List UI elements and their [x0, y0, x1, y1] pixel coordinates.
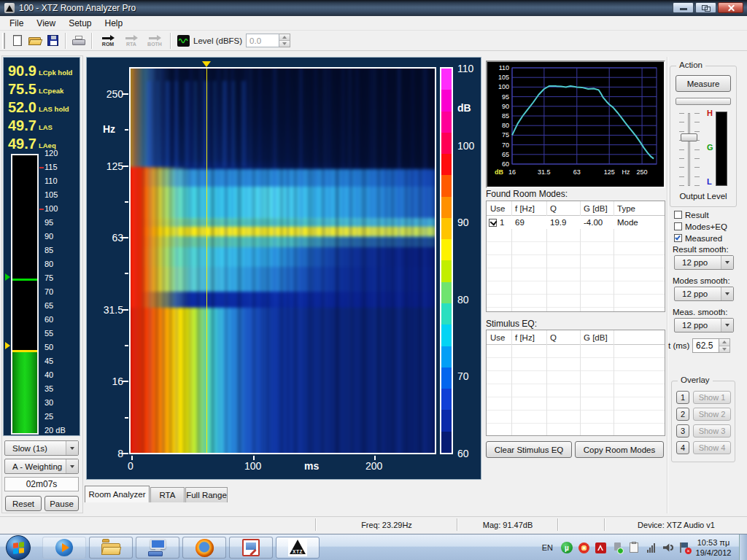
frequency-weighting-select[interactable]: A - Weighting — [4, 459, 79, 474]
overlay-number-button[interactable]: 4 — [676, 441, 689, 454]
tab-room-analyzer[interactable]: Room Analyzer — [85, 486, 150, 502]
checkbox[interactable] — [674, 222, 682, 230]
level-high-label: H — [707, 109, 713, 117]
both-mode-button[interactable]: BOTH — [143, 32, 166, 50]
measure-button[interactable]: Measure — [676, 75, 731, 92]
checkbox[interactable] — [674, 211, 682, 219]
t-ms-input[interactable]: 62.5 — [692, 338, 719, 353]
rom-mode-button[interactable]: ROM — [96, 32, 120, 50]
time-weighting-select[interactable]: Slow (1s) — [4, 440, 79, 456]
device-install-tray-icon[interactable] — [628, 542, 640, 553]
spin-down-icon[interactable] — [279, 41, 290, 47]
smoothing-select[interactable]: 12 ppo — [674, 318, 734, 332]
menu-item[interactable]: View — [30, 17, 62, 30]
xtz-logo-icon — [4, 3, 15, 13]
smoothing-select[interactable]: 12 ppo — [674, 287, 734, 301]
spectrogram-y-tick-label: 31.5 — [88, 304, 123, 316]
picture-manager-icon — [242, 539, 260, 556]
menu-item[interactable]: Help — [98, 17, 130, 30]
spin-down-icon[interactable] — [719, 346, 729, 353]
minimize-button[interactable] — [673, 2, 694, 13]
smoothing-select[interactable]: 12 ppo — [674, 255, 734, 270]
usb-device-tray-icon[interactable] — [611, 542, 623, 553]
overlay-number-button[interactable]: 1 — [676, 391, 689, 404]
level-input[interactable]: 0.0 — [246, 34, 279, 47]
meter-tick-label: 55 — [44, 329, 80, 338]
start-button[interactable] — [6, 535, 31, 560]
close-button[interactable] — [718, 2, 743, 13]
print-button[interactable] — [70, 32, 88, 50]
spectrogram-plot[interactable] — [129, 67, 436, 454]
taskbar-computer[interactable] — [136, 537, 179, 559]
output-level-slider-thumb[interactable] — [681, 133, 697, 141]
language-indicator[interactable]: EN — [542, 543, 553, 552]
utorrent-tray-icon[interactable]: µ — [561, 542, 573, 553]
pause-button[interactable]: Pause — [44, 496, 79, 511]
spin-up-icon[interactable] — [279, 34, 290, 41]
column-header: Type — [614, 204, 662, 213]
overlay-show-button[interactable]: Show 2 — [693, 408, 731, 421]
taskbar-firefox[interactable] — [182, 537, 226, 559]
spin-up-icon[interactable] — [719, 339, 729, 346]
status-bar: Freq: 23.29Hz Mag: 91.47dB Device: XTZ A… — [0, 516, 747, 532]
pdf-tray-icon[interactable] — [595, 542, 606, 553]
save-icon — [47, 35, 58, 46]
recorder-tray-icon[interactable] — [578, 542, 589, 553]
action-center-flag-icon[interactable]: × — [678, 542, 690, 553]
meter-tick-label: 65 — [44, 301, 80, 311]
level-spinner[interactable] — [279, 34, 290, 47]
overlay-show-button[interactable]: Show 4 — [693, 441, 731, 454]
taskbar-picture-manager[interactable] — [229, 537, 273, 559]
checkbox[interactable] — [674, 234, 682, 242]
meter-tick-label: 115 — [44, 163, 80, 172]
chevron-down-icon[interactable] — [66, 441, 78, 455]
save-button[interactable] — [44, 32, 61, 50]
show-desktop-button[interactable] — [739, 534, 747, 560]
toolbar-grip[interactable] — [2, 33, 5, 49]
taskbar-media-player[interactable] — [42, 537, 86, 559]
windows-flag-icon — [13, 542, 24, 554]
chevron-down-icon[interactable] — [66, 459, 78, 473]
output-level-meter — [716, 112, 727, 186]
overlay-number-button[interactable]: 3 — [676, 424, 689, 438]
room-mode-row[interactable]: 1 69 19.9 -4.00 Mode — [487, 216, 665, 229]
network-signal-tray-icon[interactable] — [645, 542, 657, 553]
display-checkbox-row[interactable]: Result — [674, 209, 744, 220]
time-cursor-line[interactable] — [206, 69, 207, 453]
chevron-down-icon[interactable] — [721, 256, 733, 269]
svg-text:105: 105 — [498, 74, 509, 81]
taskbar-xtz-app[interactable]: XTZ — [276, 537, 320, 559]
taskbar-explorer[interactable] — [89, 537, 133, 559]
output-level-slider[interactable] — [688, 113, 690, 186]
overlay-number-button[interactable]: 2 — [676, 408, 689, 421]
stimulus-eq-header: Usef [Hz]QG [dB] — [487, 330, 665, 345]
overlay-show-button[interactable]: Show 3 — [693, 424, 731, 438]
signal-generator-icon[interactable] — [177, 35, 190, 47]
open-button[interactable] — [26, 32, 44, 50]
taskbar-clock[interactable]: 10:53 πμ 19/4/2012 — [692, 537, 735, 558]
menu-item[interactable]: File — [3, 17, 30, 30]
restore-button[interactable] — [695, 2, 716, 13]
spectrogram-y-tick-label: 8 — [88, 448, 123, 459]
spl-value: 49.7 — [8, 117, 36, 133]
use-checkbox[interactable] — [489, 219, 497, 227]
time-cursor-handle-icon[interactable] — [202, 61, 211, 67]
clear-stimulus-eq-button[interactable]: Clear Stimulus EQ — [486, 441, 572, 458]
volume-tray-icon[interactable] — [662, 542, 673, 553]
tab-full-range[interactable]: Full Range — [185, 487, 228, 502]
new-button[interactable] — [9, 32, 26, 50]
t-ms-spinner[interactable] — [719, 338, 730, 353]
menu-item[interactable]: Setup — [62, 17, 98, 30]
overlay-show-button[interactable]: Show 1 — [693, 391, 731, 404]
overlay-row: 2 Show 2 — [676, 408, 735, 421]
chevron-down-icon[interactable] — [721, 319, 733, 332]
chevron-down-icon[interactable] — [721, 287, 733, 300]
tab-rta[interactable]: RTA — [150, 487, 185, 502]
rta-mode-button[interactable]: RTA — [120, 32, 143, 50]
fr-chart-svg: 60657075808590951001051101631.563125250d… — [487, 62, 664, 186]
frequency-response-chart: 60657075808590951001051101631.563125250d… — [486, 61, 665, 188]
copy-room-modes-button[interactable]: Copy Room Modes — [575, 441, 664, 458]
reset-button[interactable]: Reset — [5, 496, 42, 511]
display-checkbox-row[interactable]: Modes+EQ — [674, 221, 744, 232]
display-checkbox-row[interactable]: Measured — [674, 233, 744, 244]
